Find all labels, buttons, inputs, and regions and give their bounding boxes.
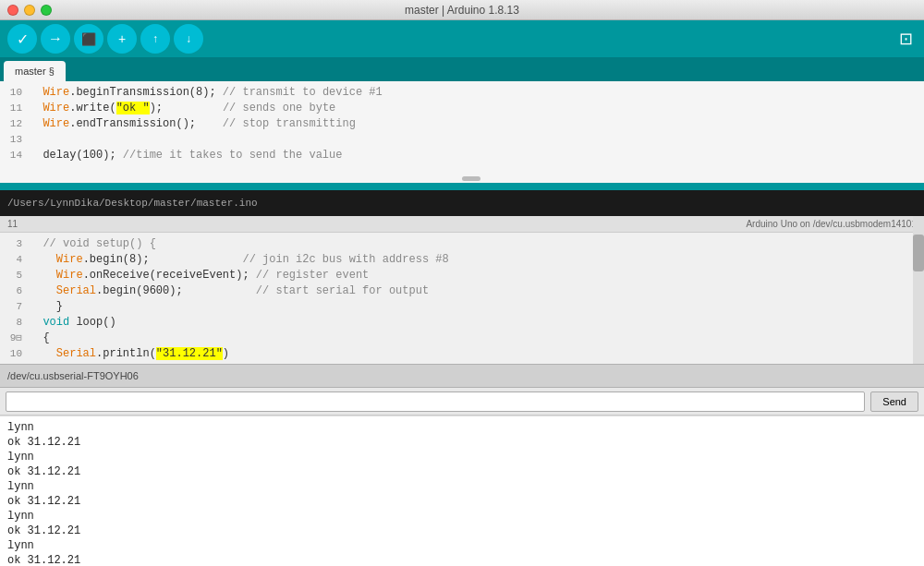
send-button[interactable]: Send	[870, 391, 918, 412]
serial-output-line: lynn	[7, 450, 917, 464]
code-line-11: 11 Wire.write("ok "); // sends one byte	[0, 101, 924, 116]
serial-output-line: lynn	[7, 479, 917, 494]
tab-master[interactable]: master §	[4, 61, 66, 81]
editor2-header: 11 Arduino Uno on /dev/cu.usbmodem14101	[0, 216, 924, 233]
serial-output-line: ok 31.12.21	[7, 494, 917, 509]
editor2-line-6: 6 Serial.begin(9600); // start serial fo…	[0, 283, 924, 299]
editor2-line-10: 10 Serial.println("31.12.21")	[0, 346, 924, 362]
window-title: master | Arduino 1.8.13	[405, 4, 519, 17]
serial-monitor-header: /dev/cu.usbserial-FT9OYH06	[0, 364, 924, 388]
save-button[interactable]: ↓	[174, 24, 203, 54]
code-line-12: 12 Wire.endTransmission(); // stop trans…	[0, 116, 924, 132]
serial-output[interactable]: lynnok 31.12.21lynnok 31.12.21lynnok 31.…	[0, 415, 924, 566]
filepath-text: /Users/LynnDika/Desktop/master/master.in…	[7, 198, 258, 209]
window-controls[interactable]	[7, 5, 52, 16]
serial-monitor-button[interactable]: ⊡	[894, 28, 917, 50]
serial-port-label: /dev/cu.usbserial-FT9OYH06	[7, 370, 139, 381]
editor2-code-lines: 3 // void setup() { 4 Wire.begin(8); // …	[0, 233, 924, 362]
titlebar: master | Arduino 1.8.13	[0, 0, 924, 20]
serial-input[interactable]	[6, 391, 865, 412]
resize-handle[interactable]	[0, 183, 924, 190]
editor2-line-4: 4 Wire.begin(8); // join i2c bus with ad…	[0, 252, 924, 268]
line-info: 11	[7, 219, 18, 229]
editor2-line-7: 7 }	[0, 299, 924, 315]
toolbar: ✓ → ⬛ + ↑ ↓ ⊡	[0, 20, 924, 57]
code-editor-2[interactable]: 11 Arduino Uno on /dev/cu.usbmodem14101 …	[0, 216, 924, 364]
code-line-13: 13	[0, 132, 924, 148]
editor2-line-5: 5 Wire.onReceive(receiveEvent); // regis…	[0, 268, 924, 283]
code-lines: 10 Wire.beginTransmission(8); // transmi…	[0, 81, 924, 167]
debug-button[interactable]: ⬛	[74, 24, 103, 54]
editor2-line-3: 3 // void setup() {	[0, 236, 924, 252]
filepath-bar: /Users/LynnDika/Desktop/master/master.in…	[0, 190, 924, 216]
serial-input-row: Send	[0, 388, 924, 415]
code-line-10: 10 Wire.beginTransmission(8); // transmi…	[0, 85, 924, 101]
serial-output-line: lynn	[7, 538, 917, 553]
close-button[interactable]	[7, 5, 18, 16]
tabbar: master §	[0, 57, 924, 81]
maximize-button[interactable]	[41, 5, 52, 16]
editor2-line-9: 9⊟ {	[0, 331, 924, 346]
editor2-scrollbar[interactable]	[913, 216, 924, 364]
code-editor-1[interactable]: 10 Wire.beginTransmission(8); // transmi…	[0, 81, 924, 183]
board-info: Arduino Uno on /dev/cu.usbmodem14101	[746, 219, 917, 229]
code-line-14: 14 delay(100); //time it takes to send t…	[0, 148, 924, 163]
minimize-button[interactable]	[24, 5, 35, 16]
serial-output-line: lynn	[7, 420, 917, 435]
scrollbar-thumb[interactable]	[913, 235, 924, 271]
new-button[interactable]: +	[107, 24, 137, 54]
serial-output-line: lynn	[7, 509, 917, 524]
upload-button[interactable]: →	[41, 24, 70, 54]
serial-output-line: ok 31.12.21	[7, 435, 917, 450]
serial-output-line: ok 31.12.21	[7, 524, 917, 538]
serial-output-line: ok 31.12.21	[7, 464, 917, 479]
editor2-line-8: 8 void loop()	[0, 315, 924, 331]
h-scrollbar-indicator	[462, 176, 480, 181]
serial-output-line: ok 31.12.21	[7, 553, 917, 566]
verify-button[interactable]: ✓	[7, 24, 37, 54]
open-button[interactable]: ↑	[140, 24, 170, 54]
